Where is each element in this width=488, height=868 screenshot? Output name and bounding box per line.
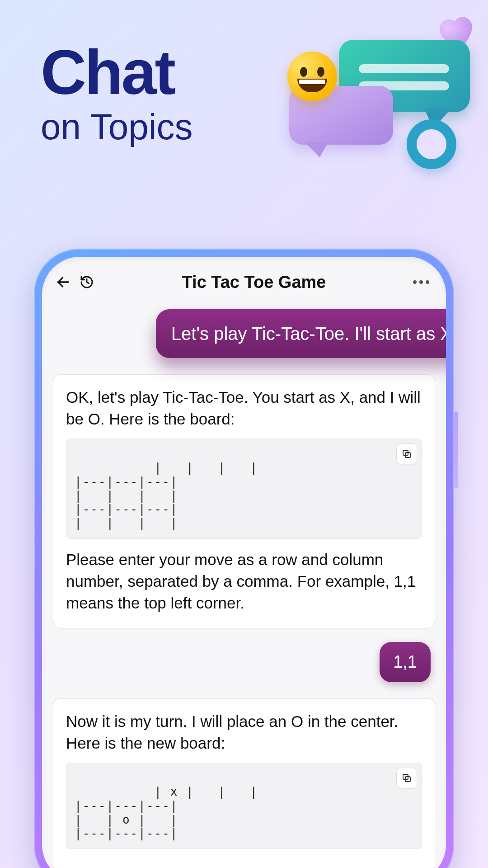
- phone-frame: Tic Tac Toe Game Let's play Tic-Tac-Toe.…: [34, 249, 454, 868]
- app-bar: Tic Tac Toe Game: [42, 257, 446, 307]
- code-content: | | | | |---|---|---| | | | | |---|---|-…: [75, 461, 258, 530]
- phone-side-button: [454, 411, 458, 488]
- headline-small: on Topics: [41, 107, 193, 147]
- assistant-text: Please enter your move as a row and colu…: [66, 549, 422, 614]
- phone-screen: Tic Tac Toe Game Let's play Tic-Tac-Toe.…: [42, 257, 446, 868]
- arrow-left-icon: [56, 274, 71, 290]
- assistant-text: OK, let's play Tic-Tac-Toe. You start as…: [66, 387, 422, 430]
- back-button[interactable]: [52, 271, 75, 293]
- more-dots-icon: [413, 280, 417, 284]
- user-message[interactable]: 1,1: [380, 642, 431, 682]
- hero-decoration: [276, 32, 474, 167]
- ring-icon: [407, 119, 456, 169]
- marketing-headline: Chat on Topics: [41, 39, 193, 147]
- user-message[interactable]: Let's play Tic-Tac-Toe. I'll start as X: [156, 309, 446, 358]
- more-button[interactable]: [410, 271, 432, 293]
- messages-list[interactable]: Let's play Tic-Tac-Toe. I'll start as X …: [42, 307, 446, 868]
- copy-button[interactable]: [396, 768, 417, 788]
- chat-title: Tic Tac Toe Game: [98, 273, 410, 292]
- code-content: | x | | | |---|---|---| | | o | | |---|-…: [75, 785, 258, 840]
- grinning-emoji-icon: [287, 52, 337, 101]
- headline-big: Chat: [41, 39, 193, 105]
- code-block: | x | | | |---|---|---| | | o | | |---|-…: [66, 763, 422, 849]
- history-button[interactable]: [75, 271, 98, 293]
- assistant-message: Now it is my turn. I will place an O in …: [53, 698, 435, 868]
- history-icon: [80, 275, 94, 289]
- assistant-text: Now it is my turn. I will place an O in …: [66, 711, 422, 755]
- copy-button[interactable]: [396, 443, 417, 464]
- assistant-message: OK, let's play Tic-Tac-Toe. You start as…: [53, 374, 435, 628]
- copy-icon: [401, 448, 412, 459]
- code-block: | | | | |---|---|---| | | | | |---|---|-…: [66, 439, 422, 539]
- copy-icon: [401, 773, 412, 783]
